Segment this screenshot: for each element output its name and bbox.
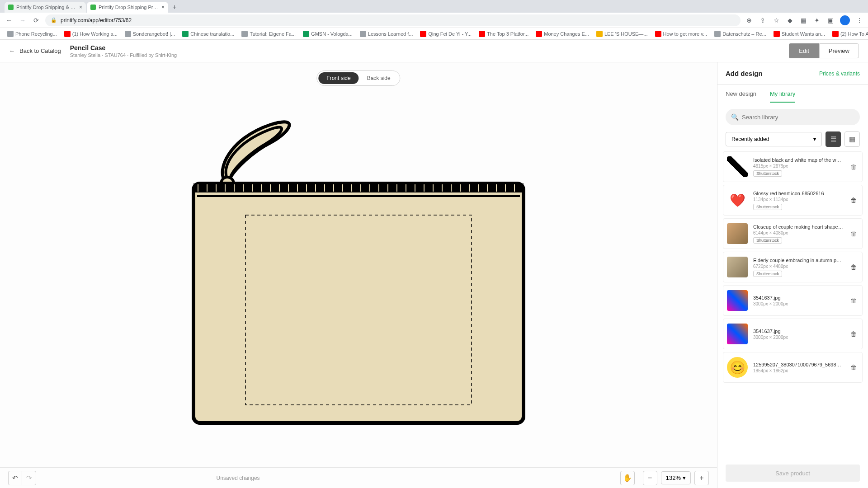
preview-button[interactable]: Preview — [819, 43, 859, 58]
save-product-button[interactable]: Save product — [726, 465, 860, 482]
library-item-name: Isolated black and white map of the word… — [753, 157, 843, 163]
bookmark-item[interactable]: How to get more v... — [652, 30, 710, 38]
menu-icon[interactable]: ⋮ — [855, 16, 863, 24]
zoom-out-button[interactable]: − — [643, 471, 657, 485]
tab-my-library[interactable]: My library — [770, 90, 795, 103]
library-item[interactable]: Closeup of couple making heart shape wit… — [723, 218, 863, 249]
bookmark-favicon-icon — [774, 31, 780, 37]
panel-icon[interactable]: ▣ — [826, 16, 835, 24]
edit-button[interactable]: Edit — [789, 43, 819, 58]
library-item[interactable]: 😊 125995207_380307100079679_5698227533..… — [723, 352, 863, 383]
bookmark-item[interactable]: (1) How Working a... — [61, 30, 120, 38]
bookmark-item[interactable]: LEE 'S HOUSE—... — [594, 30, 651, 38]
bookmark-label: Money Changes E... — [544, 31, 589, 37]
product-title: Pencil Case — [70, 44, 177, 52]
library-item-dims: 6720px × 4480px — [753, 264, 843, 269]
library-source-tag: Shutterstock — [753, 271, 782, 277]
delete-icon[interactable]: 🗑 — [849, 262, 859, 272]
library-item-name: 3541637.jpg — [753, 328, 843, 334]
delete-icon[interactable]: 🗑 — [849, 362, 859, 373]
bookmark-favicon-icon — [536, 31, 542, 37]
back-icon[interactable]: ← — [5, 16, 14, 25]
translate-icon[interactable]: ⊕ — [745, 16, 753, 24]
bookmark-label: Datenschutz – Re... — [722, 31, 766, 37]
tab-new-design[interactable]: New design — [726, 90, 756, 103]
bookmark-icon[interactable]: ☆ — [772, 16, 780, 24]
search-input[interactable] — [726, 109, 860, 125]
front-side-button[interactable]: Front side — [318, 72, 359, 84]
delete-icon[interactable]: 🗑 — [849, 228, 859, 239]
header-actions: Edit Preview — [789, 43, 859, 58]
grid-view-button[interactable]: ▦ — [844, 131, 860, 147]
library-item-name: Glossy red heart icon-68502616 — [753, 191, 843, 196]
chevron-down-icon: ▾ — [813, 136, 816, 142]
zoom-in-button[interactable]: + — [694, 471, 709, 485]
chevron-down-icon: ▾ — [683, 474, 686, 481]
library-item[interactable]: Elderly couple embracing in autumn park … — [723, 252, 863, 282]
back-to-catalog[interactable]: ← Back to Catalog — [9, 47, 61, 54]
library-search: 🔍 — [726, 109, 860, 125]
bookmark-item[interactable]: Datenschutz – Re... — [712, 30, 769, 38]
bookmark-item[interactable]: Lessons Learned f... — [357, 30, 416, 38]
bookmark-item[interactable]: Student Wants an... — [771, 30, 828, 38]
bookmark-label: (2) How To Add A... — [840, 31, 868, 37]
library-item-dims: 6144px × 4080px — [753, 230, 843, 235]
url-bar[interactable]: 🔒 printify.com/app/editor/753/62 — [45, 14, 741, 26]
library-item-name: 125995207_380307100079679_5698227533... — [753, 362, 843, 367]
panel-tabs: New design My library — [717, 85, 868, 103]
browser-tab[interactable]: Printify Drop Shipping & Printi × — [5, 2, 86, 13]
profile-avatar[interactable] — [840, 15, 850, 25]
bookmark-item[interactable]: Money Changes E... — [533, 30, 592, 38]
bookmark-item[interactable]: Phone Recycling... — [5, 30, 60, 38]
app-header: ← Back to Catalog Pencil Case Stanley St… — [0, 40, 868, 62]
share-icon[interactable]: ⇪ — [759, 16, 767, 24]
hand-tool-button[interactable]: ✋ — [620, 471, 635, 485]
bookmark-label: Tutorial: Eigene Fa... — [250, 31, 296, 37]
library-item[interactable]: ❤️ Glossy red heart icon-68502616 1134px… — [723, 185, 863, 216]
close-icon[interactable]: × — [79, 4, 82, 10]
extension-icon[interactable]: ◆ — [786, 16, 794, 24]
pencil-case-mockup — [175, 98, 542, 432]
extension-icon[interactable]: ▦ — [799, 16, 807, 24]
zoom-level[interactable]: 132% ▾ — [661, 471, 691, 484]
library-item-name: Closeup of couple making heart shape wit… — [753, 224, 843, 230]
list-view-button[interactable]: ☰ — [826, 131, 841, 147]
new-tab-button[interactable]: + — [169, 2, 180, 13]
delete-icon[interactable]: 🗑 — [849, 328, 859, 339]
bookmark-label: Lessons Learned f... — [368, 31, 413, 37]
favicon-icon — [90, 5, 96, 10]
bookmark-item[interactable]: (2) How To Add A... — [830, 30, 868, 38]
bookmark-item[interactable]: Tutorial: Eigene Fa... — [239, 30, 298, 38]
bookmark-item[interactable]: GMSN - Vologda... — [300, 30, 355, 38]
bookmark-favicon-icon — [479, 31, 485, 37]
redo-button[interactable]: ↷ — [22, 471, 36, 485]
canvas-stage[interactable] — [0, 62, 717, 467]
bottom-bar: ↶ ↷ Unsaved changes ✋ − 132% ▾ + — [0, 467, 717, 488]
bookmark-item[interactable]: The Top 3 Platfor... — [476, 30, 531, 38]
bookmark-item[interactable]: Sonderangebot! |... — [122, 30, 178, 38]
delete-icon[interactable]: 🗑 — [849, 161, 859, 172]
browser-tabs: Printify Drop Shipping & Printi × Printi… — [0, 0, 868, 13]
library-item-dims: 1854px × 1862px — [753, 368, 843, 373]
close-icon[interactable]: × — [161, 4, 165, 10]
unsaved-status: Unsaved changes — [217, 475, 260, 481]
search-icon: 🔍 — [731, 113, 739, 121]
library-item[interactable]: 3541637.jpg 3000px × 2000px 🗑 — [723, 285, 863, 316]
library-source-tag: Shutterstock — [753, 204, 782, 210]
sort-dropdown[interactable]: Recently added ▾ — [726, 132, 822, 146]
library-item[interactable]: 3541637.jpg 3000px × 2000px 🗑 — [723, 319, 863, 349]
bookmark-item[interactable]: Chinese translatio... — [179, 30, 237, 38]
back-side-button[interactable]: Back side — [359, 72, 399, 84]
delete-icon[interactable]: 🗑 — [849, 195, 859, 206]
browser-tab-active[interactable]: Printify Drop Shipping Print o × — [87, 2, 168, 13]
library-item[interactable]: Isolated black and white map of the word… — [723, 151, 863, 182]
forward-icon[interactable]: → — [18, 16, 27, 25]
bookmark-item[interactable]: Qing Fei De Yi - Y... — [417, 30, 474, 38]
delete-icon[interactable]: 🗑 — [849, 295, 859, 306]
undo-button[interactable]: ↶ — [9, 471, 22, 485]
bookmark-label: Student Wants an... — [782, 31, 825, 37]
puzzle-icon[interactable]: ✦ — [813, 16, 821, 24]
reload-icon[interactable]: ⟳ — [32, 16, 41, 25]
prices-variants-link[interactable]: Prices & variants — [819, 70, 860, 77]
url-text: printify.com/app/editor/753/62 — [61, 17, 132, 23]
